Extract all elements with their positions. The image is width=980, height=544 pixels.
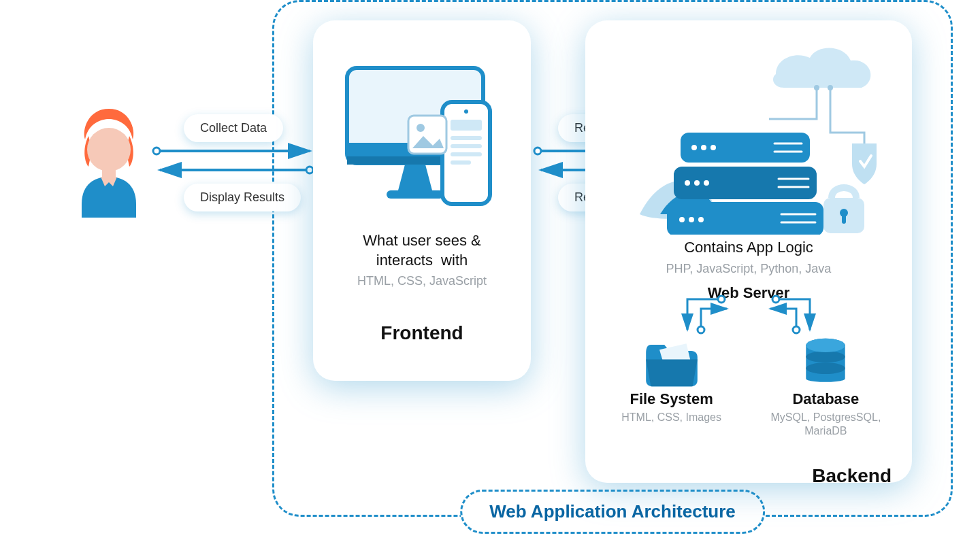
svg-rect-13 [451,136,482,140]
svg-point-11 [464,109,468,114]
svg-rect-9 [387,190,444,199]
svg-rect-16 [451,160,471,165]
svg-rect-25 [681,133,810,163]
frontend-heading: Frontend [333,322,510,344]
arrows-webserver-children [612,292,885,340]
backend-app-logic-title: Contains App Logic [606,238,892,258]
diagram-stage: Web Application Architecture Collect Dat… [0,0,980,544]
label-collect-data: Collect Data [184,114,283,142]
svg-point-31 [685,180,690,186]
server-cloud-icon [606,41,892,238]
database-title: Database [760,390,892,408]
user-icon [68,102,150,224]
svg-point-3 [153,148,160,154]
svg-point-51 [806,351,845,362]
file-system-title: File System [606,390,737,408]
file-system-block: File System HTML, CSS, Images [606,336,737,439]
monitor-phone-icon [333,41,510,231]
arrows-user-frontend [157,143,313,181]
diagram-title: Web Application Architecture [460,490,765,534]
svg-point-46 [718,296,725,303]
svg-point-28 [691,145,697,150]
svg-point-33 [704,180,709,186]
frontend-desc-title: What user sees & interacts with [333,231,510,270]
svg-rect-45 [842,214,846,224]
svg-point-35 [689,217,694,222]
svg-point-30 [710,145,716,150]
svg-point-29 [701,145,706,150]
svg-point-5 [306,167,313,173]
svg-point-47 [698,326,704,333]
database-block: Database MySQL, PostgresSQL, MariaDB [760,336,892,439]
label-display-results: Display Results [184,184,301,211]
frontend-desc-sub: HTML, CSS, JavaScript [333,274,510,288]
database-sub: MySQL, PostgresSQL, MariaDB [760,411,892,439]
svg-point-32 [694,180,700,186]
svg-point-48 [772,296,779,303]
database-icon [760,336,892,390]
svg-point-49 [793,326,800,333]
svg-point-52 [806,362,845,374]
file-system-sub: HTML, CSS, Images [606,411,737,425]
svg-rect-14 [451,144,482,148]
backend-app-logic-sub: PHP, JavaScript, Python, Java [606,262,892,276]
svg-point-23 [814,85,819,90]
svg-point-20 [534,148,541,154]
frontend-card: What user sees & interacts with HTML, CS… [313,20,531,381]
svg-point-34 [679,217,685,222]
svg-point-53 [806,338,845,352]
backend-heading: Backend [812,465,892,487]
svg-point-18 [416,124,425,132]
folder-icon [606,336,737,390]
svg-point-24 [828,85,833,90]
svg-rect-15 [451,152,482,156]
svg-point-0 [87,128,131,171]
svg-rect-1 [102,169,116,178]
svg-point-36 [698,217,704,222]
backend-card: Contains App Logic PHP, JavaScript, Pyth… [585,20,912,483]
svg-rect-12 [451,120,482,131]
